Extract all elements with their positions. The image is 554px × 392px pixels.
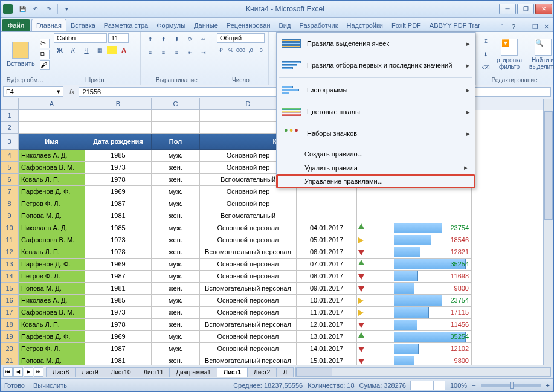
cell[interactable]: Коваль Л. П. (19, 246, 85, 259)
find-select-button[interactable]: 🔍 Найти и выделить (527, 37, 554, 71)
cell[interactable]: Попова М. Д. (19, 355, 85, 365)
zoom-slider[interactable] (481, 384, 541, 387)
orientation-icon[interactable]: ⟳ (184, 33, 196, 45)
cell[interactable]: Коваль Л. П. (19, 174, 85, 186)
painter-icon[interactable]: 🖌 (40, 60, 50, 70)
cell[interactable]: 1981 (85, 210, 152, 222)
cell[interactable]: 11.01.2017 (297, 307, 357, 319)
cell[interactable]: Основной персонал (200, 259, 297, 271)
tab-next-icon[interactable]: ▶ (24, 367, 33, 377)
cell[interactable]: 1973 (85, 234, 152, 246)
cell[interactable]: 1987 (85, 271, 152, 283)
wrap-icon[interactable]: ↩ (198, 33, 210, 45)
align-top-icon[interactable]: ⬆ (144, 33, 156, 45)
doc-restore-icon[interactable]: ❐ (530, 22, 540, 31)
dec-decimal-icon[interactable]: ,0 (256, 44, 265, 56)
cell[interactable]: жен. (152, 307, 200, 319)
sheet-tab[interactable]: Диаграмма1 (169, 367, 217, 377)
view-break-icon[interactable] (433, 381, 445, 390)
tab-formulas[interactable]: Формулы (152, 19, 190, 31)
col-header[interactable]: A (19, 98, 85, 110)
tab-home[interactable]: Главная (31, 19, 66, 31)
help-icon[interactable]: ? (509, 22, 518, 31)
doc-min-icon[interactable]: ─ (520, 22, 529, 31)
cell[interactable]: Парфенов Д. Ф. (19, 331, 85, 343)
cell[interactable]: 14.01.2017 (297, 343, 357, 355)
sheet-tab[interactable]: Лист2 (247, 367, 277, 377)
qat-more-icon[interactable]: ▾ (60, 3, 72, 15)
inc-decimal-icon[interactable]: ,0 (246, 44, 255, 56)
cell[interactable]: муж. (152, 343, 200, 355)
cell[interactable]: Вспомогательный персонал (200, 246, 297, 259)
cell[interactable]: 1969 (85, 186, 152, 198)
cell[interactable]: 1978 (85, 319, 152, 331)
sheet-tab[interactable]: Лист11 (137, 367, 170, 377)
paste-button[interactable]: Вставить (4, 40, 37, 68)
autosum-icon[interactable]: Σ (480, 35, 492, 47)
tab-view[interactable]: Вид (275, 19, 295, 31)
align-bottom-icon[interactable]: ⬇ (171, 33, 183, 45)
cell[interactable]: Вспомогательный персонал (200, 283, 297, 295)
cell[interactable]: 10.01.2017 (297, 295, 357, 307)
cell[interactable]: Коваль Л. П. (19, 319, 85, 331)
sheet-tab[interactable]: Лист9 (75, 367, 105, 377)
cell[interactable]: 09.01.2017 (297, 283, 357, 295)
cell[interactable]: 04.01.2017 (297, 222, 357, 234)
cell[interactable]: 1985 (85, 150, 152, 162)
cell[interactable]: 13.01.2017 (297, 331, 357, 343)
cell[interactable]: Петров Ф. Л. (19, 271, 85, 283)
currency-icon[interactable]: ₽ (217, 44, 225, 56)
align-left-icon[interactable]: ≡ (144, 47, 156, 59)
cell[interactable]: Петров Ф. Л. (19, 343, 85, 355)
tab-prev-icon[interactable]: ◀ (13, 367, 23, 377)
border-icon[interactable]: ▦ (94, 44, 106, 56)
cell[interactable]: 06.01.2017 (297, 246, 357, 259)
tab-review[interactable]: Рецензирован (222, 19, 275, 31)
vertical-scrollbar[interactable] (543, 99, 553, 365)
cell[interactable]: 1973 (85, 307, 152, 319)
view-normal-icon[interactable] (410, 381, 422, 390)
view-layout-icon[interactable] (422, 381, 434, 390)
name-box[interactable]: F4▾ (3, 86, 63, 97)
cf-new-rule[interactable]: Создать правило... (277, 147, 475, 161)
cell[interactable]: 1978 (85, 246, 152, 259)
cf-data-bars[interactable]: Гистограммы▸ (277, 79, 475, 101)
cf-top-bottom-rules[interactable]: Правила отбора первых и последних значен… (277, 54, 475, 76)
col-header[interactable]: C (152, 98, 200, 110)
select-all-corner[interactable] (1, 98, 19, 110)
indent-inc-icon[interactable]: ⇥ (198, 47, 210, 59)
tab-developer[interactable]: Разработчик (295, 19, 342, 31)
indent-dec-icon[interactable]: ⇤ (184, 47, 196, 59)
cf-icon-sets[interactable]: ●●● Наборы значков▸ (277, 123, 475, 144)
fill-icon[interactable]: ⬇ (480, 48, 492, 60)
cell[interactable]: Попова М. Д. (19, 210, 85, 222)
cell[interactable]: 1969 (85, 259, 152, 271)
cell[interactable]: жен. (152, 246, 200, 259)
zoom-in-icon[interactable]: + (546, 382, 550, 389)
sheet-tab[interactable]: Лист10 (105, 367, 138, 377)
redo-icon[interactable]: ↷ (43, 3, 55, 15)
save-icon[interactable]: 💾 (16, 3, 28, 15)
tab-insert[interactable]: Вставка (66, 19, 100, 31)
cell[interactable]: Петров Ф. Л. (19, 198, 85, 210)
cell[interactable]: 12.01.2017 (297, 319, 357, 331)
underline-icon[interactable]: Ч (80, 44, 92, 56)
cell[interactable]: муж. (152, 259, 200, 271)
fx-icon[interactable]: fx (66, 88, 79, 95)
percent-icon[interactable]: % (227, 44, 235, 56)
cell[interactable]: муж. (152, 198, 200, 210)
zoom-level[interactable]: 100% (450, 382, 467, 389)
sheet-tab[interactable]: Лист1 (217, 367, 248, 377)
cell[interactable]: Николаев А. Д. (19, 295, 85, 307)
cell[interactable]: жен. (152, 234, 200, 246)
cell[interactable]: муж. (152, 222, 200, 234)
cell[interactable]: жен. (152, 283, 200, 295)
bold-icon[interactable]: Ж (54, 44, 66, 56)
cell[interactable]: муж. (152, 271, 200, 283)
tab-file[interactable]: Файл (2, 19, 30, 31)
cell[interactable]: 1973 (85, 162, 152, 174)
cell[interactable]: Основной персонал (200, 307, 297, 319)
cell[interactable]: 1987 (85, 343, 152, 355)
cell[interactable]: 1987 (85, 198, 152, 210)
cell[interactable]: 07.01.2017 (297, 259, 357, 271)
